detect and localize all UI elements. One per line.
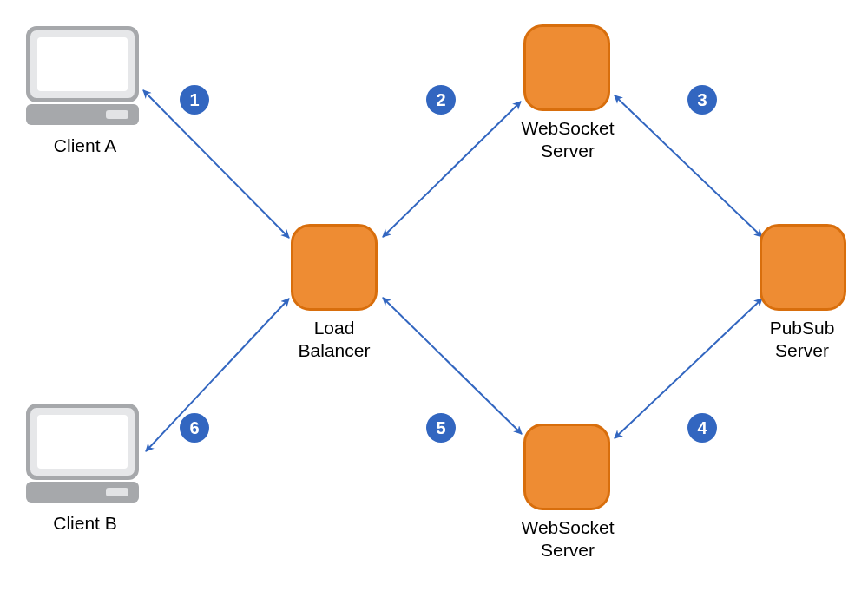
- step-badge-4: 4: [687, 413, 717, 443]
- step-badge-3: 3: [687, 85, 717, 115]
- arrow-step-1: [143, 90, 289, 238]
- arrow-step-4: [615, 299, 762, 438]
- step-badge-6: 6: [180, 413, 209, 443]
- client-b-computer-icon: [26, 404, 139, 503]
- step-badge-2: 2: [426, 85, 456, 115]
- arrow-step-3: [615, 95, 762, 237]
- architecture-diagram: Client A Client B Load Balancer WebSocke…: [0, 0, 868, 598]
- pubsub-server-node: [760, 224, 846, 311]
- arrow-step-6: [146, 299, 289, 451]
- websocket-server-bottom-label: WebSocket Server: [516, 516, 620, 562]
- client-b-label: Client B: [42, 512, 128, 535]
- load-balancer-node: [291, 224, 378, 311]
- websocket-server-top-node: [523, 24, 610, 111]
- step-badge-1: 1: [180, 85, 209, 115]
- websocket-server-bottom-node: [523, 424, 610, 510]
- load-balancer-label: Load Balancer: [295, 317, 373, 363]
- arrow-step-5: [383, 298, 522, 434]
- client-a-label: Client A: [42, 135, 128, 157]
- pubsub-server-label: PubSub Server: [767, 317, 837, 363]
- websocket-server-top-label: WebSocket Server: [516, 117, 620, 163]
- client-a-computer-icon: [26, 26, 139, 126]
- step-badge-5: 5: [426, 413, 456, 443]
- arrow-step-2: [383, 102, 521, 237]
